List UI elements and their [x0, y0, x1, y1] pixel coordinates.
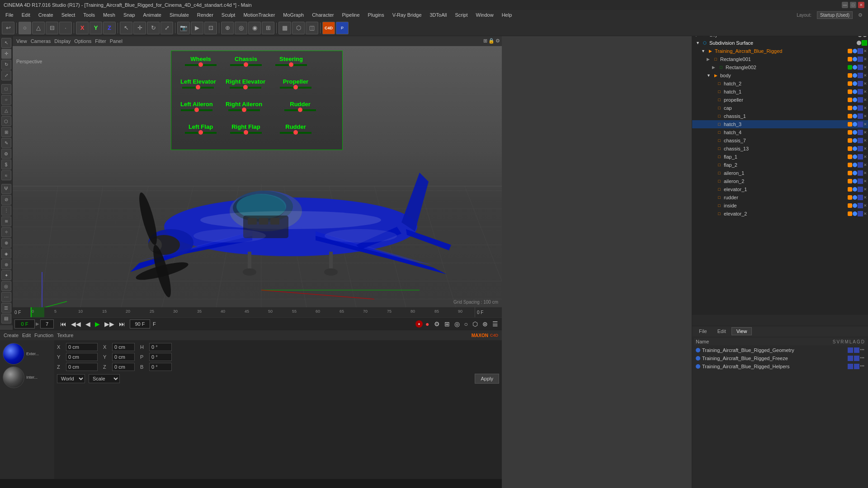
hud-expand[interactable]: ⊞	[483, 38, 487, 44]
viewport-tab-panel[interactable]: Panel	[110, 38, 123, 44]
ai2-mat2[interactable]	[858, 178, 863, 184]
ch7-color[interactable]	[848, 138, 852, 143]
record-button[interactable]: ●	[415, 320, 423, 328]
ch7-mat2[interactable]	[858, 138, 863, 143]
left-tool-15[interactable]: ⊘	[1, 195, 11, 205]
tree-item-aileron1[interactable]: □ aileron_1 ✕	[692, 169, 868, 177]
geo-mat2[interactable]	[854, 347, 859, 353]
h2-x[interactable]: ✕	[863, 81, 867, 86]
menu-pipeline[interactable]: Pipeline	[338, 11, 363, 19]
menu-simulate[interactable]: Simulate	[166, 11, 193, 19]
left-tool-24[interactable]: ⋯	[1, 292, 11, 302]
tree-item-propeller[interactable]: □ propeller ✕	[692, 96, 868, 104]
h3-x[interactable]: ✕	[863, 122, 867, 127]
menu-script[interactable]: Script	[451, 11, 471, 19]
r002-mat2[interactable]	[858, 65, 863, 70]
display2-button[interactable]: ⬡	[292, 22, 305, 34]
viewport[interactable]: View Cameras Display Options Filter Pane…	[13, 36, 502, 307]
scale-mode-select[interactable]: Scale Uniform	[89, 374, 120, 383]
close-button[interactable]: ✕	[858, 2, 864, 8]
render-region[interactable]: ⊡	[204, 22, 217, 34]
el1-mat2[interactable]	[858, 187, 863, 192]
viewport-tab-view[interactable]: View	[16, 38, 27, 44]
ai1-color[interactable]	[848, 171, 852, 175]
rud-mat[interactable]	[853, 195, 857, 200]
helpers-more[interactable]: •••	[860, 364, 864, 369]
scale-tool[interactable]: ⤢	[160, 22, 173, 34]
menu-animate[interactable]: Animate	[140, 11, 165, 19]
cap-mat2[interactable]	[858, 105, 863, 111]
menu-snap[interactable]: Snap	[120, 11, 139, 19]
key-4[interactable]: ⬡	[471, 319, 480, 328]
r002-x[interactable]: ✕	[863, 65, 867, 70]
ch13-mat[interactable]	[853, 146, 857, 151]
left-tool-11[interactable]: ⚙	[1, 149, 11, 159]
aircraft-color[interactable]	[848, 49, 852, 53]
snap2-button[interactable]: ◎	[235, 22, 247, 34]
tree-item-flap1[interactable]: □ flap_1 ✕	[692, 153, 868, 161]
tree-item-hatch1[interactable]: □ hatch_1 ✕	[692, 88, 868, 96]
rud-color[interactable]	[848, 195, 852, 200]
tree-item-hatch2[interactable]: □ hatch_2 ✕	[692, 80, 868, 88]
helpers-mat[interactable]	[848, 364, 853, 369]
rig-propeller[interactable]: Propeller	[280, 78, 311, 89]
h1-x[interactable]: ✕	[863, 89, 867, 94]
fl1-mat2[interactable]	[858, 154, 863, 160]
tree-item-hatch3[interactable]: □ hatch_3 ✕	[692, 120, 868, 128]
rig-right-elevator[interactable]: Right Elevator	[226, 78, 265, 89]
attr-tab-edit[interactable]: Edit	[712, 327, 731, 335]
undo-button[interactable]: ↩	[2, 22, 14, 34]
tree-item-rudder[interactable]: □ rudder ✕	[692, 193, 868, 202]
left-tool-4[interactable]: ⤢	[1, 70, 11, 80]
menu-window[interactable]: Window	[472, 11, 497, 19]
layout-icons[interactable]: ⚙	[854, 11, 866, 19]
tree-item-rect002[interactable]: ▶ □ Rectangle002 ✕	[692, 63, 868, 71]
end-frame-input[interactable]	[130, 319, 150, 328]
rig-wheels[interactable]: Wheels	[185, 56, 217, 66]
freeze-more[interactable]: •••	[860, 356, 864, 361]
ins-color[interactable]	[848, 203, 852, 208]
display-button[interactable]: ▦	[278, 22, 291, 34]
play-reverse-button[interactable]: ◀	[84, 319, 92, 328]
material-2[interactable]: Inter...	[3, 366, 52, 388]
ch1-x[interactable]: ✕	[863, 114, 867, 118]
tree-item-elevator2[interactable]: □ elevator_2 ✕	[692, 210, 868, 218]
fl1-x[interactable]: ✕	[863, 155, 867, 159]
aircraft-mat2[interactable]	[858, 48, 863, 54]
el2-color[interactable]	[848, 211, 852, 216]
cap-color[interactable]	[848, 106, 852, 110]
tree-item-body[interactable]: ▼ ▶ body ✕	[692, 71, 868, 80]
object-tree[interactable]: ▶ ☁ Sky ▼ ⬡ Subdivision Surface	[692, 31, 868, 315]
menu-tools[interactable]: Tools	[80, 11, 99, 19]
menu-select[interactable]: Select	[58, 11, 79, 19]
snap3-button[interactable]: ◉	[248, 22, 261, 34]
rig-left-elevator[interactable]: Left Elevator	[180, 78, 216, 89]
apply-button[interactable]: Apply	[475, 374, 499, 384]
left-tool-9[interactable]: ⊞	[1, 127, 11, 137]
world-mode-select[interactable]: World Object Local	[57, 374, 85, 383]
left-tool-2[interactable]: ✛	[1, 49, 11, 59]
next-key-button[interactable]: ▶▶	[103, 319, 116, 328]
menu-mesh[interactable]: Mesh	[99, 11, 119, 19]
ins-x[interactable]: ✕	[863, 203, 867, 208]
h1-color[interactable]	[848, 89, 852, 94]
aircraft-arrow[interactable]: ▼	[701, 49, 707, 53]
key-6[interactable]: ☰	[491, 319, 500, 328]
prop-mat2[interactable]	[858, 97, 863, 103]
left-tool-16[interactable]: ⋮	[1, 206, 11, 216]
left-tool-25[interactable]: ☰	[1, 303, 11, 313]
hud-lock[interactable]: 🔒	[488, 38, 495, 44]
play-button[interactable]: ▶	[93, 319, 102, 328]
left-tool-26[interactable]: ▤	[1, 314, 11, 324]
cap-x[interactable]: ✕	[863, 106, 867, 110]
x-size-input[interactable]	[112, 343, 135, 351]
key-5[interactable]: ⊛	[481, 319, 490, 328]
attr-row-freeze[interactable]: Training_Aircraft_Blue_Rigged_Freeze •••	[694, 354, 866, 362]
h2-color[interactable]	[848, 81, 852, 86]
body-mat[interactable]	[853, 73, 857, 78]
fl2-mat[interactable]	[853, 163, 857, 167]
tool-y[interactable]: Y	[90, 22, 102, 34]
h2-mat2[interactable]	[858, 81, 863, 86]
prop-x[interactable]: ✕	[863, 98, 867, 102]
h2-mat[interactable]	[853, 81, 857, 86]
